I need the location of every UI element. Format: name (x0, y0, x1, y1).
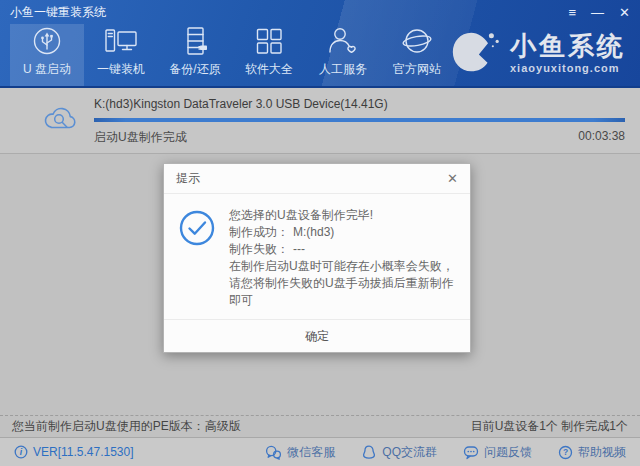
device-label: K:(hd3)Kingston DataTraveler 3.0 USB Dev… (94, 97, 625, 111)
progress-bar-fill (94, 118, 625, 122)
dialog-body: 您选择的U盘设备制作完毕! 制作成功：M:(hd3) 制作失败：--- 在制作启… (164, 194, 470, 319)
nav-item-customer-service[interactable]: 人工服务 (306, 24, 380, 86)
usb-icon (32, 26, 62, 56)
footer-link-label: 微信客服 (287, 444, 335, 461)
progress-main: K:(hd3)Kingston DataTraveler 3.0 USB Dev… (94, 88, 640, 153)
footer-link-label: 帮助视频 (578, 444, 626, 461)
wechat-support-link[interactable]: 微信客服 (265, 444, 335, 461)
dialog-close-icon[interactable]: ✕ (447, 172, 458, 185)
success-check-icon (178, 209, 216, 247)
progress-status-text: 启动U盘制作完成 (94, 129, 187, 146)
qq-icon (361, 445, 377, 460)
app-window: 小鱼一键重装系统 ≡ — ✕ U 盘启动 (0, 0, 640, 466)
nav-item-label: 人工服务 (319, 61, 367, 78)
footer-links: 微信客服 QQ交流群 问题反馈 (265, 444, 626, 461)
header: 小鱼一键重装系统 ≡ — ✕ U 盘启动 (0, 0, 640, 88)
logo-domain: xiaoyuxitong.com (510, 63, 626, 74)
svg-text:i: i (20, 447, 23, 457)
success-device-value: M:(hd3) (293, 225, 334, 239)
dialog-title: 提示 (176, 170, 200, 187)
nav-item-usb-boot[interactable]: U 盘启动 (10, 24, 84, 86)
version-text: VER[11.5.47.1530] (33, 445, 134, 459)
nav-item-label: 官方网站 (393, 61, 441, 78)
device-count-text: 目前U盘设备1个 制作完成1个 (471, 418, 628, 435)
tip-dialog: 提示 ✕ 您选择的U盘设备制作完毕! 制作成功：M:(hd3) 制作失败：---… (163, 163, 471, 353)
svg-text:?: ? (563, 447, 568, 457)
nav-item-label: 备份/还原 (169, 61, 220, 78)
brand-logo: 小鱼系统 xiaoyuxitong.com (448, 26, 626, 80)
fish-logo-icon (448, 26, 502, 80)
nav-item-one-click-install[interactable]: 一键装机 (84, 24, 158, 86)
ok-button[interactable]: 确定 (275, 324, 359, 349)
qq-group-link[interactable]: QQ交流群 (361, 444, 437, 461)
dialog-footer: 确定 (164, 319, 470, 352)
status-row: 您当前制作启动U盘使用的PE版本：高级版 目前U盘设备1个 制作完成1个 (0, 415, 640, 437)
menu-icon[interactable]: ≡ (569, 6, 577, 19)
elapsed-time: 00:03:38 (578, 129, 625, 146)
dialog-line-complete: 您选择的U盘设备制作完毕! (229, 207, 456, 224)
version-info: i VER[11.5.47.1530] (14, 445, 134, 459)
dialog-note: 在制作启动U盘时可能存在小概率会失败，请您将制作失败的U盘手动拔插后重新制作即可 (229, 258, 456, 309)
pe-version-text: 您当前制作启动U盘使用的PE版本：高级版 (12, 418, 241, 435)
customer-service-icon (327, 26, 359, 56)
nav-item-label: 软件大全 (245, 61, 293, 78)
progress-bar (94, 118, 625, 122)
minimize-icon[interactable]: — (591, 6, 604, 19)
computer-icon (104, 26, 138, 56)
logo-name: 小鱼系统 (510, 33, 626, 59)
title-bar: 小鱼一键重装系统 ≡ — ✕ (0, 0, 640, 24)
nav-item-official-website[interactable]: 官方网站 (380, 24, 454, 86)
window-controls: ≡ — ✕ (569, 6, 631, 19)
apps-grid-icon (254, 26, 284, 56)
dialog-message: 您选择的U盘设备制作完毕! 制作成功：M:(hd3) 制作失败：--- 在制作启… (229, 207, 456, 309)
info-icon: i (14, 445, 28, 459)
help-video-link[interactable]: ? 帮助视频 (558, 444, 626, 461)
dialog-header: 提示 ✕ (164, 164, 470, 194)
usb-progress-panel: K:(hd3)Kingston DataTraveler 3.0 USB Dev… (0, 88, 640, 154)
window-title: 小鱼一键重装系统 (10, 4, 106, 21)
help-circle-icon: ? (558, 445, 573, 460)
cloud-icon (40, 88, 80, 153)
footer-bar: i VER[11.5.47.1530] 微信客服 QQ交流群 (0, 437, 640, 466)
nav-item-label: 一键装机 (97, 61, 145, 78)
nav-item-label: U 盘启动 (23, 61, 71, 78)
footer-link-label: 问题反馈 (484, 444, 532, 461)
wechat-icon (265, 445, 282, 460)
globe-icon (401, 26, 433, 56)
backup-restore-icon (180, 26, 210, 56)
feedback-bubble-icon (463, 445, 479, 460)
fail-device-value: --- (293, 242, 305, 256)
footer-link-label: QQ交流群 (382, 444, 437, 461)
nav-item-backup-restore[interactable]: 备份/还原 (158, 24, 232, 86)
feedback-link[interactable]: 问题反馈 (463, 444, 532, 461)
nav-item-software-collection[interactable]: 软件大全 (232, 24, 306, 86)
dialog-line-fail: 制作失败：--- (229, 241, 456, 258)
close-icon[interactable]: ✕ (619, 6, 630, 19)
dialog-line-success: 制作成功：M:(hd3) (229, 224, 456, 241)
